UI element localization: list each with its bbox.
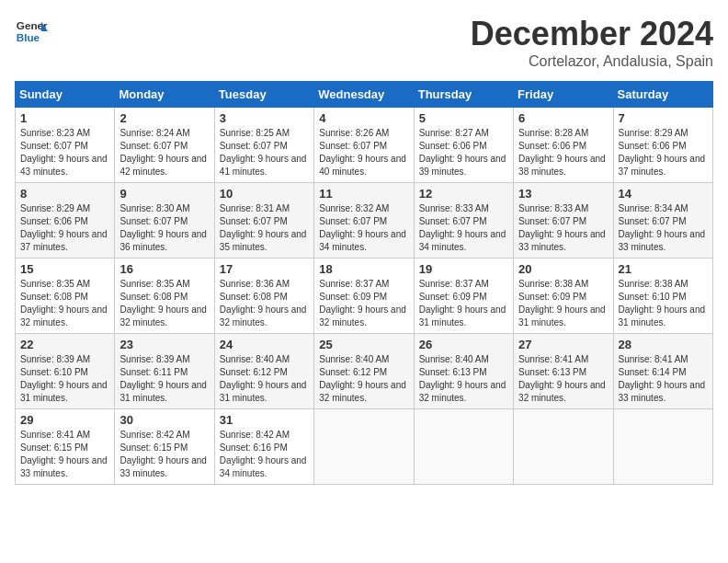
calendar-row: 29 Sunrise: 8:41 AMSunset: 6:15 PMDaylig… — [16, 409, 713, 485]
day-cell: 7 Sunrise: 8:29 AMSunset: 6:06 PMDayligh… — [613, 108, 712, 183]
calendar-row: 22 Sunrise: 8:39 AMSunset: 6:10 PMDaylig… — [16, 334, 713, 409]
logo: General Blue — [15, 15, 48, 48]
calendar-header-row: Sunday Monday Tuesday Wednesday Thursday… — [16, 82, 713, 108]
day-cell: 5 Sunrise: 8:27 AMSunset: 6:06 PMDayligh… — [414, 108, 513, 183]
day-cell: 17 Sunrise: 8:36 AMSunset: 6:08 PMDaylig… — [214, 259, 313, 334]
day-cell: 21 Sunrise: 8:38 AMSunset: 6:10 PMDaylig… — [613, 259, 712, 334]
day-cell: 23 Sunrise: 8:39 AMSunset: 6:11 PMDaylig… — [115, 334, 214, 409]
day-cell: 11 Sunrise: 8:32 AMSunset: 6:07 PMDaylig… — [314, 183, 414, 259]
day-cell: 18 Sunrise: 8:37 AMSunset: 6:09 PMDaylig… — [314, 259, 414, 334]
day-cell: 4 Sunrise: 8:26 AMSunset: 6:07 PMDayligh… — [314, 108, 414, 183]
empty-cell — [514, 409, 613, 485]
header-saturday: Saturday — [613, 82, 712, 108]
day-cell: 24 Sunrise: 8:40 AMSunset: 6:12 PMDaylig… — [214, 334, 313, 409]
day-cell: 14 Sunrise: 8:34 AMSunset: 6:07 PMDaylig… — [613, 183, 712, 259]
day-cell: 8 Sunrise: 8:29 AMSunset: 6:06 PMDayligh… — [16, 183, 115, 259]
day-cell: 27 Sunrise: 8:41 AMSunset: 6:13 PMDaylig… — [514, 334, 613, 409]
page-header: General Blue December 2024 Cortelazor, A… — [15, 15, 713, 70]
calendar-table: Sunday Monday Tuesday Wednesday Thursday… — [15, 81, 713, 485]
day-cell: 2 Sunrise: 8:24 AMSunset: 6:07 PMDayligh… — [115, 108, 214, 183]
location-title: Cortelazor, Andalusia, Spain — [471, 53, 713, 70]
day-cell: 15 Sunrise: 8:35 AMSunset: 6:08 PMDaylig… — [16, 259, 115, 334]
day-cell: 10 Sunrise: 8:31 AMSunset: 6:07 PMDaylig… — [214, 183, 313, 259]
day-cell: 28 Sunrise: 8:41 AMSunset: 6:14 PMDaylig… — [613, 334, 712, 409]
header-monday: Monday — [115, 82, 214, 108]
day-cell: 19 Sunrise: 8:37 AMSunset: 6:09 PMDaylig… — [414, 259, 513, 334]
day-cell: 12 Sunrise: 8:33 AMSunset: 6:07 PMDaylig… — [414, 183, 513, 259]
header-tuesday: Tuesday — [214, 82, 313, 108]
month-title: December 2024 — [471, 15, 713, 53]
day-cell: 13 Sunrise: 8:33 AMSunset: 6:07 PMDaylig… — [514, 183, 613, 259]
day-cell: 9 Sunrise: 8:30 AMSunset: 6:07 PMDayligh… — [115, 183, 214, 259]
day-cell: 26 Sunrise: 8:40 AMSunset: 6:13 PMDaylig… — [414, 334, 513, 409]
header-sunday: Sunday — [16, 82, 115, 108]
svg-text:Blue: Blue — [17, 31, 40, 43]
calendar-row: 8 Sunrise: 8:29 AMSunset: 6:06 PMDayligh… — [16, 183, 713, 259]
day-cell: 29 Sunrise: 8:41 AMSunset: 6:15 PMDaylig… — [16, 409, 115, 485]
header-friday: Friday — [514, 82, 613, 108]
day-cell: 30 Sunrise: 8:42 AMSunset: 6:15 PMDaylig… — [115, 409, 214, 485]
header-wednesday: Wednesday — [314, 82, 414, 108]
header-thursday: Thursday — [414, 82, 513, 108]
day-cell: 6 Sunrise: 8:28 AMSunset: 6:06 PMDayligh… — [514, 108, 613, 183]
day-cell: 25 Sunrise: 8:40 AMSunset: 6:12 PMDaylig… — [314, 334, 414, 409]
day-cell: 3 Sunrise: 8:25 AMSunset: 6:07 PMDayligh… — [214, 108, 313, 183]
empty-cell — [613, 409, 712, 485]
empty-cell — [414, 409, 513, 485]
day-cell: 1 Sunrise: 8:23 AMSunset: 6:07 PMDayligh… — [16, 108, 115, 183]
day-cell: 22 Sunrise: 8:39 AMSunset: 6:10 PMDaylig… — [16, 334, 115, 409]
logo-icon: General Blue — [15, 15, 48, 48]
calendar-row: 1 Sunrise: 8:23 AMSunset: 6:07 PMDayligh… — [16, 108, 713, 183]
day-cell: 16 Sunrise: 8:35 AMSunset: 6:08 PMDaylig… — [115, 259, 214, 334]
title-area: December 2024 Cortelazor, Andalusia, Spa… — [471, 15, 713, 70]
day-cell: 20 Sunrise: 8:38 AMSunset: 6:09 PMDaylig… — [514, 259, 613, 334]
day-cell: 31 Sunrise: 8:42 AMSunset: 6:16 PMDaylig… — [214, 409, 313, 485]
calendar-row: 15 Sunrise: 8:35 AMSunset: 6:08 PMDaylig… — [16, 259, 713, 334]
empty-cell — [314, 409, 414, 485]
